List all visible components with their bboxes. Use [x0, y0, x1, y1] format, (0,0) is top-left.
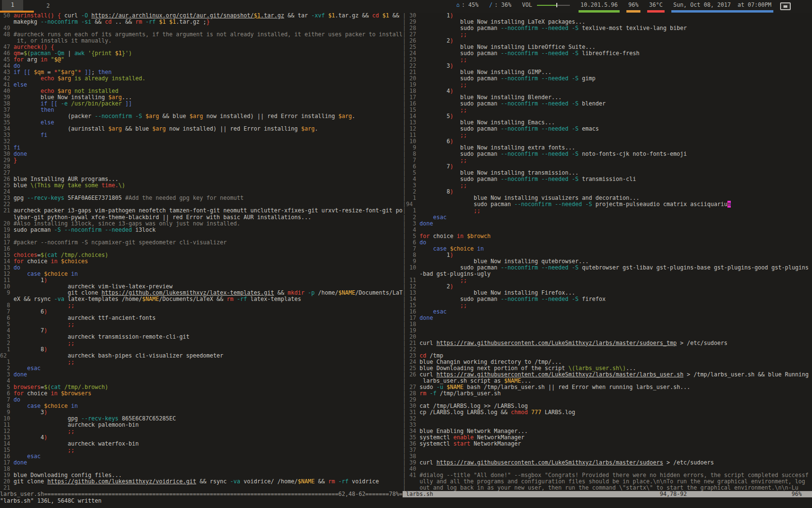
code-token: blue Enabling Network Manager...	[420, 428, 528, 434]
code-token: blue Now installing GIMP...	[420, 69, 551, 75]
code-token: --noconfirm	[501, 50, 538, 57]
editor-pane-larbs-sh[interactable]: 30 1) 29 blue Now installing LaTeX packa…	[406, 13, 812, 492]
line-number: 19	[0, 472, 14, 478]
line-number: 27	[406, 31, 420, 38]
code-line: 2 esac	[406, 214, 812, 221]
code-token: in	[71, 403, 78, 409]
code-token: 7	[420, 163, 450, 170]
code-line: 28	[0, 164, 403, 170]
code-line: 24 sudo pacman --noconfirm --needed -S l…	[406, 50, 812, 57]
code-line: 23 gpg --recv-keys 5FAF0A6EE7371805 #Add…	[0, 195, 403, 201]
code-token: $arg	[108, 125, 122, 132]
code-token	[420, 157, 460, 164]
line-number: 9	[0, 289, 14, 296]
line-number: 14	[0, 258, 14, 265]
code-token	[538, 75, 541, 82]
code-token: sudo pacman	[420, 75, 501, 82]
line-number: 23	[0, 194, 14, 201]
code-token: -S	[572, 75, 579, 82]
code-token: sudo pacman	[420, 100, 501, 107]
code-line: 33 fi	[0, 132, 403, 138]
code-line: 31 fi	[0, 145, 403, 151]
code-token	[81, 69, 85, 75]
line-number	[406, 478, 420, 485]
code-token: browsers	[14, 384, 41, 390]
code-token: esac	[27, 365, 41, 372]
code-token	[142, 113, 145, 120]
code-token: )	[450, 252, 453, 258]
code-token: blue Now installing Blender...	[420, 94, 562, 101]
code-token: "	[74, 69, 78, 75]
code-token	[538, 25, 541, 31]
code-token: \)	[118, 182, 125, 189]
code-token	[14, 88, 41, 94]
code-token: $arg	[61, 69, 74, 75]
code-token: ;;	[68, 447, 74, 453]
code-token: echo	[41, 75, 54, 82]
top-bar: 1 2 ⌂: 45% /: 36% VOL 10.201.5.96 96%	[0, 0, 812, 13]
line-number: 8	[0, 403, 14, 409]
code-token	[568, 125, 572, 132]
code-token: enable	[453, 434, 474, 441]
code-token: cd	[420, 352, 426, 359]
code-token	[41, 403, 44, 409]
line-number: 2	[0, 365, 14, 372]
code-token: --needed	[541, 264, 568, 271]
code-token: "	[51, 56, 54, 63]
code-line: 20 sudo pacman --noconfirm --needed -S g…	[406, 75, 812, 82]
code-token: gpg	[14, 194, 27, 201]
line-number: 31	[406, 409, 420, 416]
line-number: 11	[406, 277, 420, 284]
code-token	[122, 100, 125, 107]
code-token: --noconfirm	[501, 150, 538, 157]
code-token: (packer	[14, 113, 95, 120]
code-token: $1	[382, 13, 389, 19]
code-token: chmod	[511, 409, 528, 416]
editor-pane-larbs-user-sh[interactable]: 50 aurinstall() { curl -O https://aur.ar…	[0, 13, 403, 492]
line-number: 40	[0, 88, 14, 94]
code-token: $arg	[189, 113, 203, 120]
code-line: 36 systemctl start NetworkManager	[406, 441, 812, 447]
status-battery-percent: 96%	[626, 0, 640, 13]
code-token: ;;	[68, 428, 74, 434]
line-number: 39	[0, 94, 14, 101]
line-number	[0, 296, 14, 302]
code-token: -rf	[145, 18, 156, 25]
code-line: 11 ;;	[406, 132, 812, 138]
code-token: qm	[14, 50, 20, 57]
line-number: 18	[0, 465, 14, 472]
volume-slider[interactable]	[537, 3, 570, 8]
line-number: 35	[406, 434, 420, 441]
code-token: $browsers	[61, 390, 91, 397]
code-token: -xvf	[311, 13, 325, 19]
code-token: bash /tmp/larbs_user.sh || red Error whe…	[464, 384, 690, 390]
line-number: 16	[0, 453, 14, 460]
line-number: 14	[406, 113, 420, 120]
code-token: m	[727, 201, 731, 208]
line-number: 20	[0, 478, 14, 485]
code-token: voidrice/ /home/	[240, 478, 298, 485]
code-token: )	[450, 163, 453, 170]
workspace-tag-1[interactable]: 1	[0, 0, 34, 13]
workspace-tag-2[interactable]: 2	[34, 0, 62, 13]
code-token: else	[14, 81, 27, 88]
line-number: 4	[406, 226, 420, 233]
workspace-tag-label: 1	[2, 0, 23, 11]
statusline-active-larbs-sh: larbs.sh 94,78-92 96%	[403, 491, 812, 497]
line-number: 47	[0, 44, 14, 50]
code-token: )	[450, 37, 453, 44]
code-token: )	[450, 62, 453, 69]
code-token: aurcheck() {	[14, 44, 54, 50]
code-token	[420, 302, 460, 309]
code-token: $(	[41, 252, 47, 258]
code-token: -si	[81, 18, 91, 25]
code-token: for	[14, 258, 24, 265]
code-token	[14, 321, 68, 328]
code-line: 3 done	[406, 221, 812, 227]
code-token: 865E6C87C65285EC	[118, 415, 176, 422]
code-token: 6	[420, 138, 450, 145]
code-token: done	[14, 459, 27, 466]
code-line: 18	[406, 321, 812, 328]
code-token: do	[420, 239, 426, 246]
root-usage-text: : 36%	[494, 2, 511, 8]
